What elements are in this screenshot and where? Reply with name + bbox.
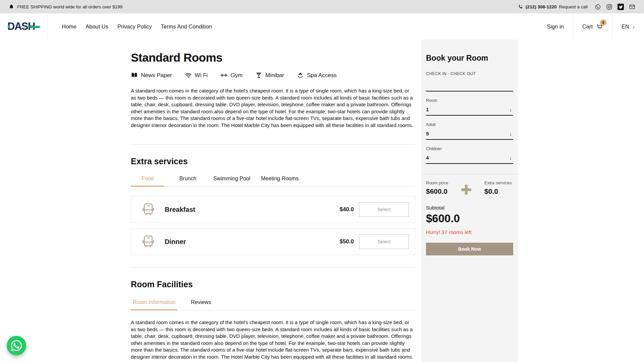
- service-item-dinner: Dinner $50.0 Select: [131, 228, 415, 255]
- tab-food[interactable]: Food: [131, 173, 164, 186]
- subtotal-label: Subtotal: [426, 205, 513, 210]
- adult-select[interactable]: 5 ↓: [426, 127, 513, 140]
- nav-link-about-us[interactable]: About Us: [86, 23, 108, 30]
- room-price-block: Room price $600.0: [426, 180, 448, 195]
- language-selector[interactable]: EN ↓: [612, 13, 644, 40]
- announcement-bar: FREE SHIPPING world wide for all orders …: [0, 0, 644, 13]
- amenities-row: News Paper Wi Fi Gym Minibar: [131, 72, 415, 79]
- nav-link-home[interactable]: Home: [62, 23, 76, 30]
- logo-dash-icon: [29, 26, 40, 28]
- service-name: Breakfast: [165, 206, 195, 214]
- phone-number[interactable]: (212) 308-1220: [526, 4, 556, 9]
- minibar-icon: [255, 72, 262, 79]
- amenity-minibar: Minibar: [255, 72, 284, 79]
- adult-field: Adult 5 ↓: [426, 122, 513, 140]
- amenity-gym: Gym: [220, 72, 243, 79]
- chevron-down-icon: ↓: [633, 24, 635, 29]
- divider: [421, 174, 518, 174]
- children-select[interactable]: 4 ↓: [426, 151, 513, 164]
- cart-button[interactable]: Cart 0: [573, 13, 612, 40]
- room-price-value: $600.0: [426, 187, 448, 195]
- checkin-checkout-input[interactable]: [426, 77, 513, 92]
- children-field: Children 4 ↓: [426, 146, 513, 164]
- tab-reviews[interactable]: Reviews: [184, 297, 218, 310]
- facilities-tabs: Room Information Reviews: [131, 297, 415, 310]
- subtotal-value: $600.0: [426, 212, 513, 225]
- twitter-icon[interactable]: [618, 4, 624, 10]
- bell-icon: [9, 4, 14, 9]
- food-cart-icon: [141, 235, 155, 249]
- tab-room-information[interactable]: Room Information: [131, 297, 177, 310]
- amenity-news-paper: News Paper: [131, 72, 172, 79]
- newspaper-icon: [131, 72, 138, 79]
- room-value: 1: [426, 107, 429, 112]
- whatsapp-icon: [11, 340, 22, 351]
- booking-sidebar: Book your Room CHECK IN - CHECK OUT Room…: [421, 40, 518, 362]
- extra-services-tabs: Food Brunch Swimming Pool Meeting Rooms: [131, 173, 415, 187]
- gym-icon: [220, 72, 227, 79]
- chevron-down-icon: ↓: [509, 131, 512, 136]
- food-cart-icon: [141, 202, 155, 217]
- divider: [131, 267, 415, 267]
- tab-meeting-rooms[interactable]: Meeting Rooms: [259, 173, 301, 186]
- amenity-wifi: Wi Fi: [185, 72, 208, 79]
- extra-services-value: $0.0: [484, 187, 513, 195]
- adult-label: Adult: [426, 122, 513, 127]
- nav-link-privacy-policy[interactable]: Privacy Policy: [117, 23, 152, 30]
- urgency-message: Hurry! 37 rooms left: [426, 229, 513, 235]
- email-icon[interactable]: [629, 4, 635, 10]
- room-description: A standard room comes in the category of…: [131, 87, 415, 129]
- navbar: DASH Home About Us Privacy Policy Terms …: [0, 13, 644, 40]
- page-title: Standard Rooms: [131, 51, 415, 64]
- extra-services-price-block: Extra services $0.0: [484, 180, 513, 195]
- service-price: $50.0: [339, 238, 354, 245]
- whatsapp-icon[interactable]: [595, 4, 601, 10]
- primary-nav: Home About Us Privacy Policy Terms And C…: [48, 13, 538, 40]
- instagram-icon[interactable]: [606, 4, 612, 10]
- tab-swimming-pool[interactable]: Swimming Pool: [211, 173, 252, 186]
- adult-value: 5: [426, 131, 429, 136]
- chevron-down-icon: ↓: [509, 107, 512, 112]
- children-value: 4: [426, 155, 429, 161]
- chevron-down-icon: ↓: [509, 155, 512, 161]
- facilities-description: A standard room comes in the category of…: [131, 319, 415, 360]
- price-summary-row: Room price $600.0 Extra services $0.0: [426, 180, 513, 195]
- room-field: Room 1 ↓: [426, 98, 513, 116]
- plus-icon: [461, 185, 471, 195]
- wifi-icon: [185, 72, 192, 79]
- room-label: Room: [426, 98, 513, 103]
- service-item-breakfast: Breakfast $40.0 Select: [131, 196, 415, 223]
- room-detail-main: Standard Rooms News Paper Wi Fi Gym: [131, 40, 415, 361]
- cart-count-badge: 0: [600, 19, 606, 26]
- room-select[interactable]: 1 ↓: [426, 103, 513, 116]
- cart-label: Cart: [582, 23, 593, 30]
- request-call-link[interactable]: Request a call: [559, 4, 588, 9]
- nav-link-terms[interactable]: Terms And Condition: [161, 23, 212, 30]
- select-dinner-button[interactable]: Select: [359, 234, 409, 249]
- amenity-spa: Spa Access: [297, 72, 337, 79]
- service-name: Dinner: [165, 238, 186, 246]
- checkin-checkout-label: CHECK IN - CHECK OUT: [426, 71, 513, 76]
- divider: [131, 144, 415, 144]
- service-price: $40.0: [339, 206, 354, 213]
- select-breakfast-button[interactable]: Select: [359, 202, 409, 217]
- extra-services-title: Extra services: [131, 157, 415, 166]
- tab-brunch[interactable]: Brunch: [171, 173, 205, 186]
- language-label: EN: [622, 23, 629, 30]
- spa-icon: [297, 72, 304, 79]
- announcement-text: FREE SHIPPING world wide for all orders …: [17, 4, 122, 9]
- whatsapp-chat-button[interactable]: [7, 336, 26, 355]
- phone-icon: [518, 4, 523, 9]
- sign-in-button[interactable]: Sign in: [538, 13, 573, 40]
- logo[interactable]: DASH: [0, 13, 48, 40]
- booking-title: Book your Room: [426, 54, 513, 63]
- book-now-button[interactable]: Book Now: [426, 243, 513, 255]
- children-label: Children: [426, 146, 513, 151]
- room-facilities-title: Room Facilities: [131, 280, 415, 289]
